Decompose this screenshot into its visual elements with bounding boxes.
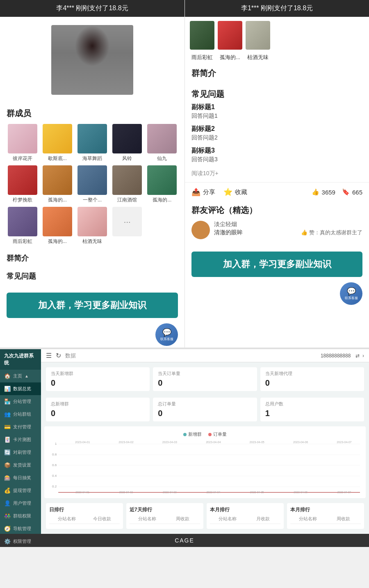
sidebar-item-home[interactable]: 🏠 主页 ▲ bbox=[0, 370, 41, 382]
sidebar-item-nav-manage[interactable]: 🧭 导航管理 bbox=[0, 522, 41, 535]
legend-dot bbox=[183, 433, 187, 436]
ranking-card-weekly: 近7天排行 分站名称 周收款 bbox=[126, 503, 203, 529]
user-icon: 👤 bbox=[4, 500, 11, 506]
group-members-title: 群成员 bbox=[7, 108, 178, 119]
expand-icon[interactable]: ⇄ bbox=[355, 353, 360, 359]
group-intro-right: 群简介 bbox=[185, 64, 369, 85]
chart-icon: 📊 bbox=[4, 386, 11, 392]
sidebar-item-lottery[interactable]: 🎰 每日抽奖 bbox=[0, 471, 41, 484]
group-icon: 👥 bbox=[4, 411, 11, 417]
avatar bbox=[77, 207, 107, 236]
share-icon: 📤 bbox=[191, 188, 200, 197]
top-section: 李4*** 刚刚支付了18.8元 群成员 彼岸花开 歇斯底... bbox=[0, 0, 369, 348]
list-item: 一整个... bbox=[76, 165, 108, 204]
box-icon: 📦 bbox=[4, 462, 11, 468]
sidebar-item-branch-management[interactable]: 🏪 分站管理 bbox=[0, 395, 41, 408]
group-members-section: 群成员 彼岸花开 歇斯底... 海草舞蹈 风铃 bbox=[0, 103, 184, 250]
sidebar-item-branch-groups[interactable]: 👥 分站群组 bbox=[0, 408, 41, 421]
card-icon: 🃏 bbox=[4, 437, 11, 443]
gear-icon: ⚙️ bbox=[4, 538, 11, 545]
chart-legend: 新增群 订单量 bbox=[49, 431, 361, 437]
customer-service-button-right[interactable]: 💬 联系客服 bbox=[340, 282, 362, 305]
likes-count: 👍 3659 bbox=[312, 188, 335, 196]
sidebar-item-label: 群组权限 bbox=[13, 513, 31, 519]
svg-text:2023-04-07: 2023-04-07 bbox=[337, 491, 351, 494]
svg-text:0.2: 0.2 bbox=[52, 485, 57, 488]
comments-title: 群友评论（精选） bbox=[191, 205, 362, 216]
people-icon: 👫 bbox=[4, 513, 11, 519]
customer-service-button-left[interactable]: 💬 联系客服 bbox=[155, 323, 178, 346]
stat-card: 总订单量 0 bbox=[153, 398, 257, 421]
sidebar-item-label: 分站群组 bbox=[13, 411, 31, 417]
avatar bbox=[112, 124, 142, 153]
stat-card: 总用户数 1 bbox=[260, 398, 364, 421]
refresh-icon[interactable]: ↻ bbox=[56, 352, 61, 359]
legend-item-group: 新增群 bbox=[183, 431, 202, 437]
comment-content: 淡尘轻烟 清澈的眼眸 👍 赞：真的太感谢群主了 bbox=[214, 221, 362, 239]
faq-section-left: 常见问题 bbox=[0, 268, 184, 288]
avatar bbox=[112, 165, 142, 195]
stat-card: 总新增群 0 bbox=[46, 398, 150, 421]
profile-image-container bbox=[0, 17, 184, 103]
payment-banner-left: 李4*** 刚刚支付了18.8元 bbox=[0, 0, 184, 17]
ranking-header: 分站名称 周收款 bbox=[290, 516, 361, 524]
sidebar-item-dashboard[interactable]: 📊 数据总览 bbox=[0, 382, 41, 395]
cta-button-left[interactable]: 加入群，学习更多副业知识 bbox=[7, 293, 178, 318]
faq-item: 副标题3 回答问题3 bbox=[191, 146, 362, 163]
avatar bbox=[43, 124, 72, 153]
faq-item: 副标题1 回答问题1 bbox=[191, 103, 362, 120]
left-panel: 李4*** 刚刚支付了18.8元 群成员 彼岸花开 歇斯底... bbox=[0, 0, 184, 348]
svg-text:2023-04-01: 2023-04-01 bbox=[75, 491, 89, 494]
sidebar-item-perms-manage[interactable]: ⚙️ 权限管理 bbox=[0, 535, 41, 548]
stats-row-1: 当天新增群 0 当天订单量 0 当天新增代理 0 bbox=[41, 362, 369, 396]
share-button[interactable]: 📤 分享 bbox=[191, 188, 215, 197]
money-icon: 💰 bbox=[4, 487, 11, 494]
sidebar-item-users[interactable]: 👤 用户管理 bbox=[0, 497, 41, 510]
faq-title-left: 常见问题 bbox=[7, 271, 178, 281]
menu-icon[interactable]: ☰ bbox=[46, 352, 52, 359]
avatar bbox=[8, 165, 37, 195]
sidebar-item-group-perms[interactable]: 👫 群组权限 bbox=[0, 510, 41, 522]
collect-button[interactable]: ⭐ 收藏 bbox=[223, 188, 247, 197]
sidebar-item-cards[interactable]: 🃏 卡片测图 bbox=[0, 433, 41, 446]
sidebar-item-payment[interactable]: 💳 支付管理 bbox=[0, 421, 41, 433]
chart-svg: 1 0.8 0.6 0.4 0.2 2023-04-01 2023-04-02 … bbox=[49, 441, 361, 494]
sidebar-item-delivery[interactable]: 📦 发货设置 bbox=[0, 459, 41, 471]
list-item: 孤海的... bbox=[146, 165, 178, 204]
lottery-icon: 🎰 bbox=[4, 475, 11, 481]
svg-text:2023-04-04: 2023-04-04 bbox=[206, 441, 221, 444]
sidebar-item-brush[interactable]: 🔄 对刷管理 bbox=[0, 446, 41, 459]
action-left: 📤 分享 ⭐ 收藏 bbox=[191, 188, 247, 197]
stats-row-2: 总新增群 0 总订单量 0 总用户数 1 bbox=[41, 396, 369, 426]
chevron-icon: ▲ bbox=[25, 374, 29, 378]
member-grid: 彼岸花开 歇斯底... 海草舞蹈 风铃 仙九 bbox=[7, 124, 178, 245]
chevron-right-icon[interactable]: › bbox=[362, 353, 364, 359]
admin-sidebar: 九次九进群系统 🏠 主页 ▲ 📊 数据总览 🏪 分站管理 👥 分站群组 💳 支付… bbox=[0, 349, 41, 534]
sidebar-item-withdraw[interactable]: 💰 提现管理 bbox=[0, 484, 41, 497]
svg-text:2023-04-05: 2023-04-05 bbox=[250, 441, 264, 444]
sidebar-item-label: 提现管理 bbox=[13, 487, 31, 494]
svg-text:0.6: 0.6 bbox=[52, 463, 57, 467]
list-item: 江南酒馆 bbox=[112, 165, 143, 204]
sidebar-item-label: 导航管理 bbox=[13, 526, 31, 532]
svg-text:2023-04-04: 2023-04-04 bbox=[206, 491, 220, 494]
svg-text:2023-04-03: 2023-04-03 bbox=[162, 441, 177, 444]
stat-card: 当天新增代理 0 bbox=[260, 367, 364, 391]
avatar bbox=[43, 165, 72, 195]
top-images-row bbox=[185, 17, 369, 54]
cta-button-right[interactable]: 加入群，学习更多副业知识 bbox=[191, 252, 362, 277]
thumb-up-icon: 👍 bbox=[312, 188, 319, 196]
bookmark-icon: 🔖 bbox=[342, 188, 350, 196]
footer: CAGE bbox=[0, 534, 369, 547]
faq-item: 副标题2 回答问题2 bbox=[191, 125, 362, 142]
store-icon: 🏪 bbox=[4, 398, 11, 405]
collect-icon: ⭐ bbox=[223, 188, 232, 197]
group-intro-section: 群简介 bbox=[0, 250, 184, 268]
avatar bbox=[77, 124, 107, 153]
sidebar-item-label: 分站管理 bbox=[13, 398, 31, 405]
admin-topbar: ☰ ↻ 数据 18888888888 ⇄ › bbox=[41, 349, 369, 362]
list-item: 风铃 bbox=[112, 124, 143, 162]
admin-main: ☰ ↻ 数据 18888888888 ⇄ › 当天新增群 0 当天订单量 0 当… bbox=[41, 349, 369, 534]
ranking-card-daily: 日排行 分站名称 今日收款 bbox=[46, 503, 123, 529]
person-silhouette bbox=[51, 25, 133, 95]
